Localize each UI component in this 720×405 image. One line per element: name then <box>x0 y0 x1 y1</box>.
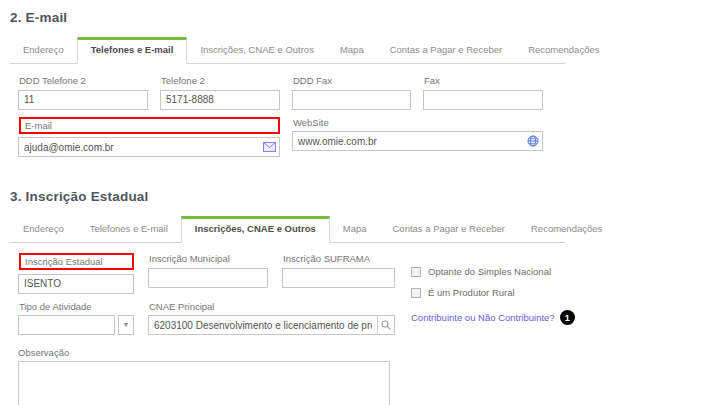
tab-endereco-2[interactable]: Endereço <box>10 216 77 242</box>
inscricao-suframa-label: Inscrição SUFRAMA <box>283 253 395 264</box>
tab-recomendacoes[interactable]: Recomendações <box>515 37 612 63</box>
search-icon[interactable] <box>377 316 394 335</box>
tipo-de-atividade-combo: ▼ <box>18 315 134 335</box>
inscricao-options-column: Optante do Simples Nacional É um Produto… <box>411 253 575 335</box>
inscricao-estadual-input[interactable] <box>18 274 134 294</box>
tab-inscricoes-cnae[interactable]: Inscrições, CNAE e Outros <box>187 37 327 63</box>
tipo-de-atividade-label: Tipo de Atividade <box>19 301 134 312</box>
tab-telefones-email-2[interactable]: Telefones e E-mail <box>77 216 181 242</box>
field-ddd-telefone-2: DDD Telefone 2 <box>18 75 148 110</box>
inscricao-estadual-label-annotated: Inscrição Estadual <box>19 253 134 270</box>
checkbox-icon[interactable] <box>411 288 421 298</box>
email-tabbar: Endereço Telefones e E-mail Inscrições, … <box>10 37 565 64</box>
tipo-de-atividade-input[interactable] <box>18 315 115 335</box>
ddd-fax-label: DDD Fax <box>293 75 411 86</box>
checkbox-simples-nacional[interactable]: Optante do Simples Nacional <box>411 266 575 277</box>
field-tipo-de-atividade: Tipo de Atividade ▼ <box>18 301 134 336</box>
ddd-telefone-2-input[interactable] <box>18 90 148 110</box>
field-inscricao-suframa: Inscrição SUFRAMA <box>282 253 395 294</box>
checkbox-simples-nacional-label: Optante do Simples Nacional <box>428 266 551 277</box>
envelope-icon <box>263 141 276 154</box>
website-input[interactable] <box>292 131 543 151</box>
tab-recomendacoes-2[interactable]: Recomendações <box>518 216 615 242</box>
tab-endereco[interactable]: Endereço <box>10 37 77 63</box>
cnae-principal-label: CNAE Principal <box>149 301 395 312</box>
inscricao-tabbar: Endereço Telefones e E-mail Inscrições, … <box>10 216 565 243</box>
field-ddd-fax: DDD Fax <box>292 75 411 110</box>
inscricao-suframa-input[interactable] <box>282 268 395 288</box>
tab-contas-pagar-receber-2[interactable]: Contas a Pagar e Receber <box>380 216 518 242</box>
fax-input[interactable] <box>423 90 543 110</box>
email-fields-grid: DDD Telefone 2 Telefone 2 DDD Fax Fax E-… <box>18 75 720 157</box>
fax-label: Fax <box>424 75 543 86</box>
field-cnae-principal: CNAE Principal <box>148 301 395 336</box>
telefone-2-label: Telefone 2 <box>161 75 280 86</box>
section-inscricao-estadual: 3. Inscrição Estadual Endereço Telefones… <box>10 189 720 405</box>
checkbox-produtor-rural-label: É um Produtor Rural <box>428 287 515 298</box>
inscricao-municipal-input[interactable] <box>148 268 268 288</box>
tab-contas-pagar-receber[interactable]: Contas a Pagar e Receber <box>377 37 515 63</box>
checkbox-produtor-rural[interactable]: É um Produtor Rural <box>411 287 575 298</box>
checkbox-icon[interactable] <box>411 267 421 277</box>
observacao-textarea[interactable] <box>18 361 390 405</box>
cnae-principal-input[interactable] <box>148 315 395 335</box>
field-observacao: Observação <box>18 347 720 405</box>
contribuinte-link[interactable]: Contribuinte ou Não Contribuinte? <box>411 312 555 323</box>
field-telefone-2: Telefone 2 <box>160 75 280 110</box>
website-label: WebSite <box>293 117 543 128</box>
step-badge: 1 <box>560 310 575 325</box>
tab-telefones-email[interactable]: Telefones e E-mail <box>77 37 188 64</box>
section-email-heading: 2. E-mail <box>10 10 720 25</box>
ddd-fax-input[interactable] <box>292 90 411 110</box>
tab-mapa-2[interactable]: Mapa <box>330 216 380 242</box>
field-inscricao-estadual: Inscrição Estadual <box>18 253 134 294</box>
chevron-down-icon[interactable]: ▼ <box>118 315 134 335</box>
section-email: 2. E-mail Endereço Telefones e E-mail In… <box>10 10 720 157</box>
ddd-telefone-2-label: DDD Telefone 2 <box>19 75 148 86</box>
field-email: E-mail <box>18 117 280 158</box>
email-label-annotated: E-mail <box>19 117 280 134</box>
section-inscricao-heading: 3. Inscrição Estadual <box>10 189 720 204</box>
page: 2. E-mail Endereço Telefones e E-mail In… <box>0 0 720 405</box>
inscricao-municipal-label: Inscrição Municipal <box>149 253 268 264</box>
globe-icon <box>526 135 539 148</box>
field-inscricao-municipal: Inscrição Municipal <box>148 253 268 294</box>
inscricao-fields-row: Inscrição Estadual Inscrição Municipal I… <box>18 253 720 335</box>
field-website: WebSite <box>292 117 543 158</box>
email-input[interactable] <box>18 137 280 157</box>
contribuinte-link-row: Contribuinte ou Não Contribuinte? 1 <box>411 310 575 325</box>
telefone-2-input[interactable] <box>160 90 280 110</box>
field-fax: Fax <box>423 75 543 110</box>
tab-inscricoes-cnae-2[interactable]: Inscrições, CNAE e Outros <box>181 216 330 243</box>
inscricao-fields-grid: Inscrição Estadual Inscrição Municipal I… <box>18 253 395 335</box>
observacao-label: Observação <box>18 347 720 358</box>
tab-mapa[interactable]: Mapa <box>327 37 377 63</box>
